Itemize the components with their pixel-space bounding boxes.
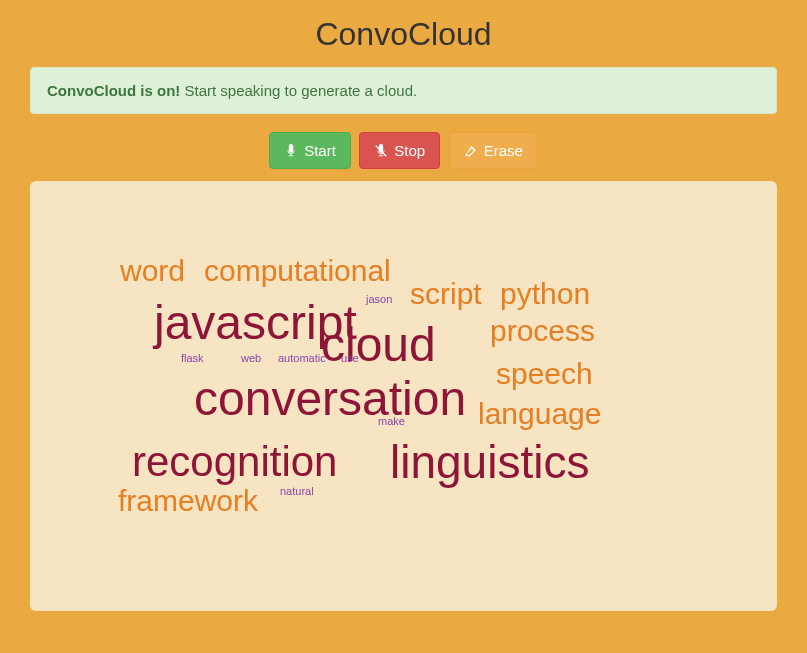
eraser-icon: [464, 144, 478, 158]
page-title: ConvoCloud: [30, 0, 777, 67]
cloud-word: process: [490, 316, 595, 346]
cloud-word: computational: [204, 256, 391, 286]
cloud-word: use: [341, 353, 359, 364]
cloud-word: natural: [280, 486, 314, 497]
start-button[interactable]: Start: [269, 132, 351, 169]
cloud-word: cloud: [321, 321, 436, 369]
microphone-icon: [284, 144, 298, 158]
cloud-word: framework: [118, 486, 258, 516]
cloud-word: recognition: [132, 441, 337, 483]
stop-button[interactable]: Stop: [359, 132, 440, 169]
status-alert: ConvoCloud is on! Start speaking to gene…: [30, 67, 777, 114]
start-button-label: Start: [304, 142, 336, 159]
erase-button-label: Erase: [484, 142, 523, 159]
status-alert-text: Start speaking to generate a cloud.: [180, 82, 417, 99]
cloud-word: jason: [366, 294, 392, 305]
cloud-word: flask: [181, 353, 204, 364]
cloud-word: web: [241, 353, 261, 364]
status-alert-strong: ConvoCloud is on!: [47, 82, 180, 99]
word-cloud-panel: wordcomputationalscriptpythonjavascriptj…: [30, 181, 777, 611]
microphone-off-icon: [374, 144, 388, 158]
cloud-word: python: [500, 279, 590, 309]
cloud-word: linguistics: [390, 439, 589, 485]
stop-button-label: Stop: [394, 142, 425, 159]
cloud-word: word: [120, 256, 185, 286]
cloud-word: speech: [496, 359, 593, 389]
cloud-word: automatic: [278, 353, 326, 364]
cloud-word: language: [478, 399, 601, 429]
cloud-word: script: [410, 279, 482, 309]
cloud-word: conversation: [194, 375, 466, 423]
erase-button[interactable]: Erase: [449, 132, 538, 169]
cloud-word: make: [378, 416, 405, 427]
toolbar: Start Stop Erase: [30, 132, 777, 169]
